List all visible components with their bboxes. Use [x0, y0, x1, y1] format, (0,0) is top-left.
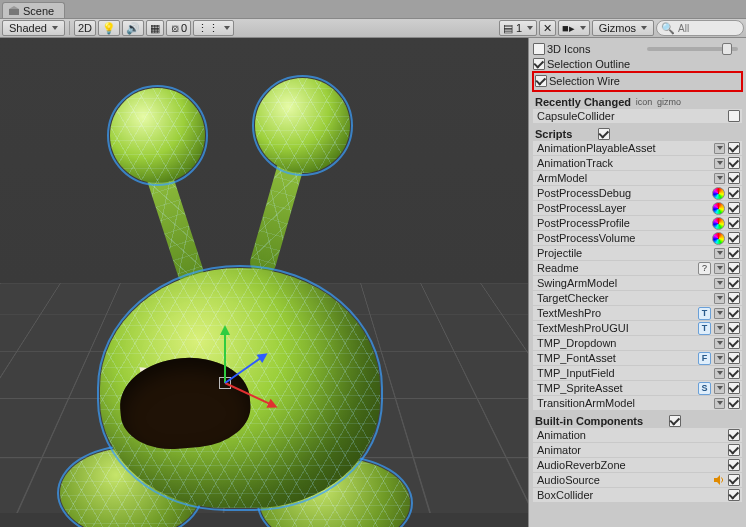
- icon-picker-dropdown[interactable]: [714, 308, 725, 319]
- section-header: Built-in Components: [533, 414, 742, 428]
- icon-picker-dropdown[interactable]: [714, 383, 725, 394]
- component-row[interactable]: TextMeshProUGUIT: [533, 321, 742, 335]
- lighting-toggle[interactable]: 💡: [98, 20, 120, 36]
- component-row[interactable]: Projectile: [533, 246, 742, 260]
- gizmo-checkbox[interactable]: [728, 110, 740, 122]
- camera-dropdown[interactable]: ■▸: [558, 20, 590, 36]
- gizmo-checkbox[interactable]: [728, 337, 740, 349]
- gizmo-checkbox[interactable]: [728, 172, 740, 184]
- tools-button[interactable]: ✕: [539, 20, 556, 36]
- gizmo-checkbox[interactable]: [728, 382, 740, 394]
- chevron-down-icon: [641, 26, 647, 30]
- layers-dropdown[interactable]: ▤1: [499, 20, 537, 36]
- gizmo-checkbox[interactable]: [728, 397, 740, 409]
- icon-picker-dropdown[interactable]: [714, 353, 725, 364]
- component-row[interactable]: AnimationTrack: [533, 156, 742, 170]
- component-row[interactable]: PostProcessDebug: [533, 186, 742, 200]
- icon-picker-dropdown[interactable]: [714, 398, 725, 409]
- component-row[interactable]: AudioSource: [533, 473, 742, 487]
- option-selection-outline[interactable]: Selection Outline: [533, 57, 742, 71]
- shading-dropdown[interactable]: Shaded: [2, 20, 65, 36]
- section-toggle[interactable]: [669, 415, 681, 427]
- gizmo-checkbox[interactable]: [728, 429, 740, 441]
- gizmo-checkbox[interactable]: [728, 292, 740, 304]
- component-row[interactable]: TMP_InputField: [533, 366, 742, 380]
- search-box[interactable]: 🔍: [656, 20, 744, 36]
- component-row[interactable]: CapsuleCollider: [533, 109, 742, 123]
- gizmo-checkbox[interactable]: [728, 247, 740, 259]
- tab-scene[interactable]: Scene: [2, 2, 65, 18]
- component-row[interactable]: TMP_SpriteAssetS: [533, 381, 742, 395]
- component-row[interactable]: ArmModel: [533, 171, 742, 185]
- component-row[interactable]: BoxCollider: [533, 488, 742, 502]
- component-row[interactable]: TargetChecker: [533, 291, 742, 305]
- gizmo-axis-y[interactable]: [224, 333, 226, 383]
- gizmo-checkbox[interactable]: [728, 232, 740, 244]
- grid-toggle[interactable]: ⋮⋮: [193, 20, 234, 36]
- gizmo-checkbox[interactable]: [728, 157, 740, 169]
- mode-2d-toggle[interactable]: 2D: [74, 20, 96, 36]
- label-selection-outline: Selection Outline: [545, 58, 742, 70]
- gizmo-checkbox[interactable]: [728, 459, 740, 471]
- scene-viewport[interactable]: [0, 38, 528, 527]
- gizmo-checkbox[interactable]: [728, 352, 740, 364]
- component-row[interactable]: Animator: [533, 443, 742, 457]
- gizmo-checkbox[interactable]: [728, 307, 740, 319]
- component-label: Readme: [535, 262, 698, 274]
- gizmos-panel-scroll[interactable]: 3D Icons Selection Outline Selection Wir…: [529, 38, 746, 503]
- fx-toggle[interactable]: ▦: [146, 20, 164, 36]
- component-label: TMP_SpriteAsset: [535, 382, 698, 394]
- gizmo-checkbox[interactable]: [728, 367, 740, 379]
- icon-picker-dropdown[interactable]: [714, 278, 725, 289]
- component-label: BoxCollider: [535, 489, 701, 501]
- gizmo-checkbox[interactable]: [728, 444, 740, 456]
- icon-picker-dropdown[interactable]: [714, 293, 725, 304]
- slider-3d-icons[interactable]: [647, 47, 739, 51]
- chevron-down-icon: [580, 26, 586, 30]
- icon-picker-dropdown[interactable]: [714, 338, 725, 349]
- icon-picker-dropdown[interactable]: [714, 143, 725, 154]
- icon-picker-dropdown[interactable]: [714, 248, 725, 259]
- checkbox-3d-icons[interactable]: [533, 43, 545, 55]
- icon-picker-dropdown[interactable]: [714, 263, 725, 274]
- search-input[interactable]: [678, 23, 738, 34]
- component-row[interactable]: TMP_Dropdown: [533, 336, 742, 350]
- component-row[interactable]: PostProcessProfile: [533, 216, 742, 230]
- slider-thumb[interactable]: [722, 43, 732, 55]
- component-row[interactable]: PostProcessVolume: [533, 231, 742, 245]
- selected-mesh[interactable]: [60, 98, 420, 527]
- gizmo-checkbox[interactable]: [728, 202, 740, 214]
- component-row[interactable]: Readme?: [533, 261, 742, 275]
- component-row[interactable]: AnimationPlayableAsset: [533, 141, 742, 155]
- gizmo-checkbox[interactable]: [728, 489, 740, 501]
- checkbox-selection-wire[interactable]: [535, 75, 547, 87]
- icon-picker-dropdown[interactable]: [714, 368, 725, 379]
- asset-letter-icon: T: [698, 307, 711, 320]
- icon-picker-dropdown[interactable]: [714, 323, 725, 334]
- icon-picker-dropdown[interactable]: [714, 158, 725, 169]
- section-toggle[interactable]: [598, 128, 610, 140]
- gizmo-checkbox[interactable]: [728, 262, 740, 274]
- gizmo-checkbox[interactable]: [728, 142, 740, 154]
- gizmo-checkbox[interactable]: [728, 187, 740, 199]
- component-row[interactable]: TextMeshProT: [533, 306, 742, 320]
- checkbox-selection-outline[interactable]: [533, 58, 545, 70]
- gizmo-checkbox[interactable]: [728, 217, 740, 229]
- gizmos-dropdown[interactable]: Gizmos: [592, 20, 654, 36]
- gizmo-checkbox[interactable]: [728, 474, 740, 486]
- hidden-toggle[interactable]: ⦻0: [166, 20, 191, 36]
- icon-picker-dropdown[interactable]: [714, 173, 725, 184]
- component-row[interactable]: TMP_FontAssetF: [533, 351, 742, 365]
- gizmo-checkbox[interactable]: [728, 322, 740, 334]
- transform-gizmo[interactable]: [225, 383, 226, 384]
- audio-toggle[interactable]: 🔊: [122, 20, 144, 36]
- component-row[interactable]: TransitionArmModel: [533, 396, 742, 410]
- component-row[interactable]: SwingArmModel: [533, 276, 742, 290]
- component-row[interactable]: AudioReverbZone: [533, 458, 742, 472]
- component-row[interactable]: Animation: [533, 428, 742, 442]
- component-row[interactable]: PostProcessLayer: [533, 201, 742, 215]
- option-3d-icons[interactable]: 3D Icons: [533, 42, 742, 56]
- tab-scene-label: Scene: [23, 5, 54, 17]
- option-selection-wire[interactable]: Selection Wire: [535, 74, 740, 88]
- gizmo-checkbox[interactable]: [728, 277, 740, 289]
